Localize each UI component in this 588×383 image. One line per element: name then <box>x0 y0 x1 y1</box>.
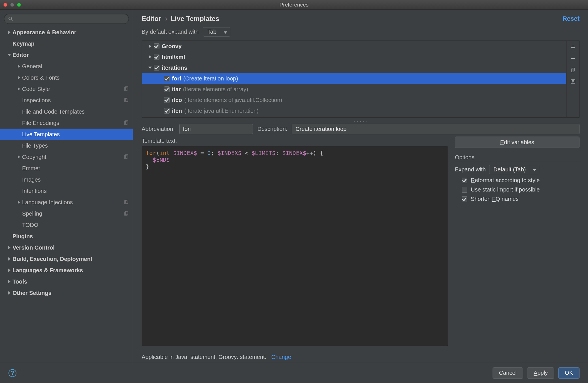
template-item[interactable]: fori(Create iteration loop) <box>142 73 566 84</box>
shorten-fq-label: Shorten FQ names <box>471 196 519 202</box>
window-title: Preferences <box>0 2 588 8</box>
sidebar-item[interactable]: Intentions <box>0 185 133 197</box>
sidebar-item[interactable]: Live Templates <box>0 129 133 140</box>
template-checkbox[interactable] <box>164 86 170 92</box>
disclosure-arrow-icon <box>6 31 12 34</box>
template-checkbox[interactable] <box>164 108 170 114</box>
sidebar-item-label: Code Style <box>22 86 124 92</box>
disclosure-arrow-icon <box>146 55 154 59</box>
template-group[interactable]: html/xml <box>142 52 566 62</box>
sidebar-item[interactable]: Spelling <box>0 208 133 219</box>
change-context-link[interactable]: Change <box>271 354 291 360</box>
template-options: Edit variables Options Expand with Defau… <box>455 136 580 202</box>
reformat-label: Reformat according to style <box>471 177 540 184</box>
template-item[interactable]: iten(Iterate java.util.Enumeration) <box>142 105 566 116</box>
breadcrumb-part: Live Templates <box>171 15 220 22</box>
template-group-name: Groovy <box>162 43 182 50</box>
svg-point-0 <box>9 17 12 20</box>
sidebar-item[interactable]: Language Injections <box>0 197 133 208</box>
sidebar-item[interactable]: Emmet <box>0 163 133 174</box>
abbreviation-label: Abbreviation: <box>142 126 175 132</box>
sidebar-item[interactable]: Images <box>0 174 133 185</box>
details-template-button[interactable] <box>569 77 577 86</box>
description-input[interactable] <box>292 124 580 134</box>
template-group[interactable]: iterations <box>142 62 566 73</box>
template-text-editor[interactable]: for(int $INDEX$ = 0; $INDEX$ < $LIMIT$; … <box>142 146 448 346</box>
disclosure-arrow-icon <box>16 155 22 159</box>
sidebar-item[interactable]: File Types <box>0 140 133 151</box>
sidebar-item-label: Version Control <box>12 244 129 251</box>
reformat-checkbox[interactable] <box>462 178 467 183</box>
close-window-button[interactable] <box>3 3 7 7</box>
preferences-tree[interactable]: Appearance & BehaviorKeymapEditorGeneral… <box>0 27 133 363</box>
sidebar-item[interactable]: Plugins <box>0 231 133 242</box>
reset-link[interactable]: Reset <box>563 15 580 22</box>
zoom-window-button[interactable] <box>17 3 21 7</box>
copy-template-button[interactable] <box>569 66 577 74</box>
ok-button[interactable]: OK <box>558 367 580 379</box>
search-input[interactable] <box>16 16 125 22</box>
disclosure-arrow-icon <box>6 257 12 261</box>
sidebar-item[interactable]: File and Code Templates <box>0 106 133 117</box>
sidebar-item[interactable]: Editor <box>0 49 133 61</box>
templates-tree[interactable]: Groovyhtml/xmliterationsfori(Create iter… <box>142 41 566 117</box>
default-expand-select[interactable]: Tab <box>203 27 230 37</box>
template-checkbox[interactable] <box>154 43 159 49</box>
sidebar-item-label: File and Code Templates <box>22 108 129 115</box>
scope-icon <box>124 154 129 159</box>
preferences-sidebar: Appearance & BehaviorKeymapEditorGeneral… <box>0 10 133 363</box>
sidebar-item-label: Appearance & Behavior <box>12 29 129 36</box>
sidebar-item[interactable]: Colors & Fonts <box>0 72 133 83</box>
sidebar-item[interactable]: Tools <box>0 276 133 287</box>
sidebar-item[interactable]: File Encodings <box>0 117 133 129</box>
scope-icon <box>124 98 129 103</box>
sidebar-item-label: General <box>22 63 129 70</box>
sidebar-item-label: Languages & Frameworks <box>12 267 129 274</box>
sidebar-item[interactable]: Other Settings <box>0 287 133 299</box>
search-box[interactable] <box>4 14 129 24</box>
template-item[interactable]: itar(Iterate elements of array) <box>142 84 566 95</box>
sidebar-item[interactable]: Languages & Frameworks <box>0 265 133 276</box>
titlebar: Preferences <box>0 0 588 10</box>
shorten-fq-checkbox[interactable] <box>462 196 467 202</box>
sidebar-item-label: Spelling <box>22 210 124 217</box>
template-group[interactable]: Groovy <box>142 41 566 52</box>
svg-line-1 <box>11 20 12 21</box>
sidebar-item[interactable]: Appearance & Behavior <box>0 27 133 38</box>
sidebar-item[interactable]: Build, Execution, Deployment <box>0 253 133 265</box>
remove-template-button[interactable] <box>569 54 577 63</box>
resize-handle[interactable]: · · · · · <box>142 120 580 122</box>
template-checkbox[interactable] <box>164 76 170 81</box>
sidebar-item-label: Tools <box>12 278 129 285</box>
templates-panel: Groovyhtml/xmliterationsfori(Create iter… <box>142 41 580 118</box>
sidebar-item[interactable]: Copyright <box>0 151 133 163</box>
abbreviation-input[interactable] <box>179 124 253 134</box>
static-import-checkbox[interactable] <box>462 187 467 193</box>
sidebar-item[interactable]: Code Style <box>0 83 133 95</box>
cancel-button[interactable]: Cancel <box>493 367 523 379</box>
edit-variables-button[interactable]: Edit variables <box>455 137 580 148</box>
sidebar-item-label: Inspections <box>22 97 124 104</box>
sidebar-item[interactable]: TODO <box>0 219 133 231</box>
template-checkbox[interactable] <box>154 54 159 60</box>
expand-with-select[interactable]: Default (Tab) <box>489 165 540 174</box>
minimize-window-button[interactable] <box>10 3 14 7</box>
template-desc: (Iterate java.util.Enumeration) <box>184 108 259 114</box>
add-template-button[interactable] <box>569 43 577 52</box>
disclosure-arrow-icon <box>16 76 22 79</box>
search-icon <box>8 16 13 21</box>
template-checkbox[interactable] <box>164 97 170 103</box>
template-item[interactable]: itco(Iterate elements of java.util.Colle… <box>142 95 566 105</box>
sidebar-item[interactable]: Keymap <box>0 38 133 49</box>
disclosure-arrow-icon <box>146 67 154 69</box>
sidebar-item[interactable]: General <box>0 61 133 72</box>
breadcrumb-sep: › <box>165 15 167 22</box>
sidebar-item[interactable]: Inspections <box>0 95 133 106</box>
disclosure-arrow-icon <box>16 201 22 204</box>
template-checkbox[interactable] <box>154 65 159 71</box>
template-abbrev: fori <box>172 75 181 82</box>
templates-toolbar <box>566 41 579 117</box>
apply-button[interactable]: Apply <box>527 367 554 379</box>
help-button[interactable]: ? <box>8 369 16 377</box>
sidebar-item[interactable]: Version Control <box>0 242 133 253</box>
